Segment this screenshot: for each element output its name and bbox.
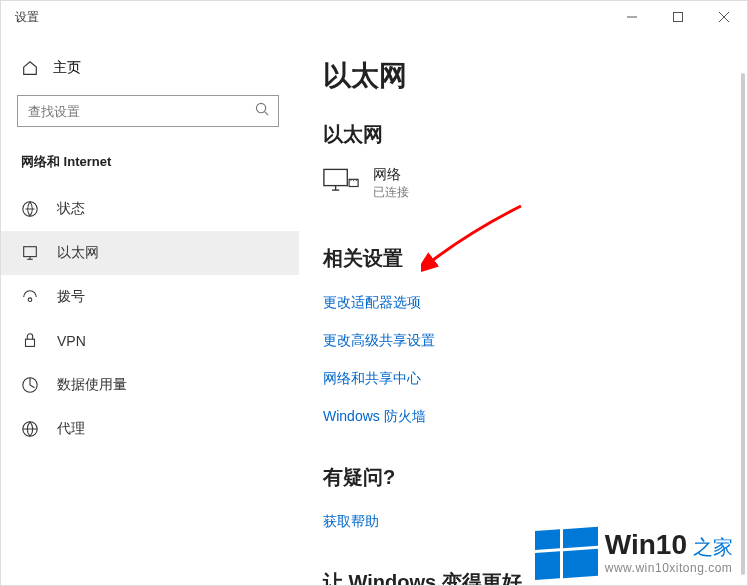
network-name: 网络 (373, 166, 409, 184)
sidebar-item-status[interactable]: 状态 (17, 187, 299, 231)
ethernet-icon (21, 244, 39, 262)
minimize-button[interactable] (609, 1, 655, 33)
home-link[interactable]: 主页 (17, 51, 299, 95)
svg-rect-14 (324, 169, 347, 185)
sidebar-item-dialup[interactable]: 拨号 (17, 275, 299, 319)
svg-rect-1 (674, 13, 683, 22)
window-title: 设置 (15, 9, 39, 26)
scrollbar[interactable] (741, 73, 745, 575)
watermark-main: Win10 (605, 529, 687, 561)
home-icon (21, 59, 39, 77)
sidebar: 主页 网络和 Internet 状态 以太网 拨号 VPN 数据使用量 (1, 33, 299, 585)
watermark: Win10 之家 www.win10xitong.com (535, 529, 733, 575)
link-adapter-options[interactable]: 更改适配器选项 (323, 284, 727, 322)
svg-rect-7 (24, 247, 37, 257)
monitor-icon (323, 168, 359, 200)
sidebar-item-proxy[interactable]: 代理 (17, 407, 299, 451)
svg-line-5 (265, 111, 268, 114)
vpn-icon (21, 332, 39, 350)
sidebar-item-label: VPN (57, 333, 86, 349)
search-box[interactable] (17, 95, 279, 127)
sidebar-item-ethernet[interactable]: 以太网 (1, 231, 299, 275)
link-advanced-sharing[interactable]: 更改高级共享设置 (323, 322, 727, 360)
watermark-url: www.win10xitong.com (605, 561, 733, 575)
sidebar-item-label: 数据使用量 (57, 376, 127, 394)
status-icon (21, 200, 39, 218)
home-label: 主页 (53, 59, 81, 77)
main-panel: 以太网 以太网 网络 已连接 相关设置 更改适配器选项 更改高级共享设置 网络和… (299, 33, 747, 585)
network-status: 已连接 (373, 184, 409, 201)
data-icon (21, 376, 39, 394)
svg-rect-11 (26, 339, 35, 346)
dialup-icon (21, 288, 39, 306)
proxy-icon (21, 420, 39, 438)
sidebar-item-label: 状态 (57, 200, 85, 218)
close-button[interactable] (701, 1, 747, 33)
svg-point-10 (28, 298, 32, 302)
question-title: 有疑问? (323, 464, 727, 491)
window-controls (609, 1, 747, 33)
sub-title: 以太网 (323, 121, 727, 148)
page-title: 以太网 (323, 57, 727, 95)
link-sharing-center[interactable]: 网络和共享中心 (323, 360, 727, 398)
search-icon (255, 102, 270, 121)
svg-point-4 (256, 103, 265, 112)
network-item[interactable]: 网络 已连接 (323, 166, 727, 201)
sidebar-item-label: 拨号 (57, 288, 85, 306)
sidebar-section-title: 网络和 Internet (17, 149, 299, 187)
watermark-sub: 之家 (693, 534, 733, 561)
search-input[interactable] (28, 104, 255, 119)
sidebar-item-label: 代理 (57, 420, 85, 438)
maximize-button[interactable] (655, 1, 701, 33)
link-firewall[interactable]: Windows 防火墙 (323, 398, 727, 436)
related-settings-title: 相关设置 (323, 245, 727, 272)
sidebar-item-label: 以太网 (57, 244, 99, 262)
windows-logo-icon (535, 527, 595, 577)
sidebar-item-vpn[interactable]: VPN (17, 319, 299, 363)
sidebar-item-datausage[interactable]: 数据使用量 (17, 363, 299, 407)
